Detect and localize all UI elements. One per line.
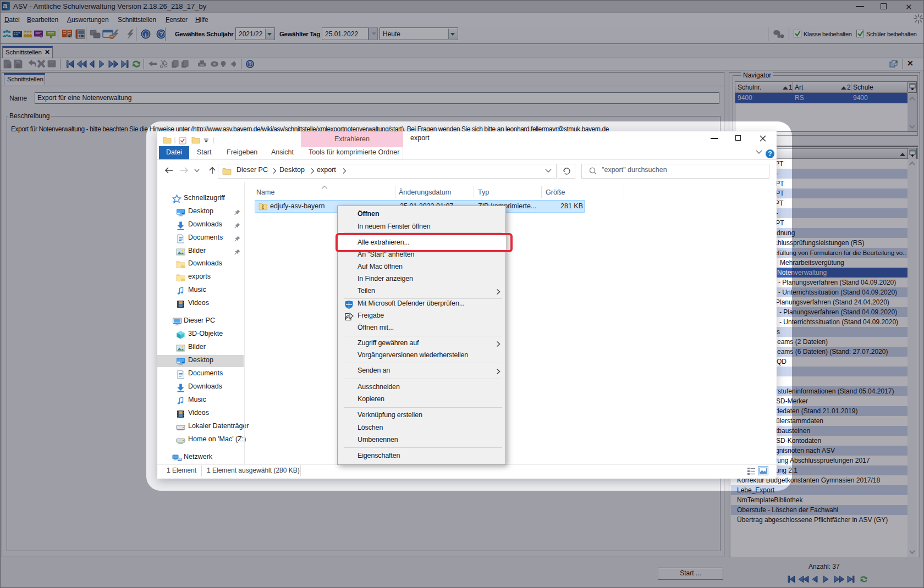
svg-text:?: ? (248, 62, 251, 68)
svg-text:i: i (145, 31, 146, 38)
svg-text:?: ? (160, 31, 163, 37)
